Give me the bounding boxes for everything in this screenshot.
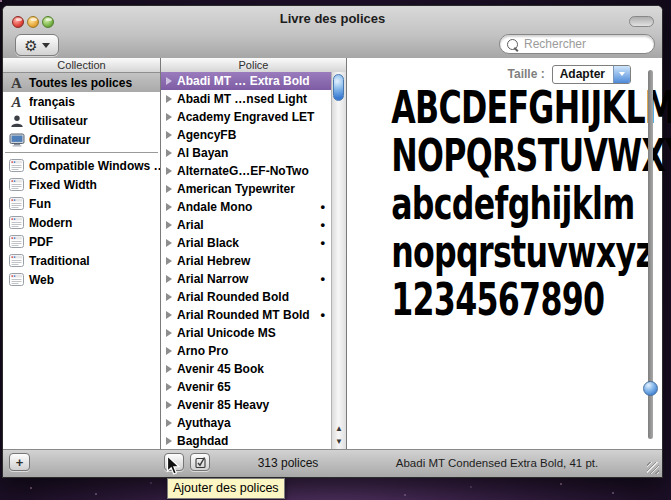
search-field[interactable] [499,34,655,54]
disclosure-triangle-icon[interactable] [166,113,172,121]
sidebar-item-label: Modern [29,216,72,230]
font-list-item[interactable]: Arial Black• [161,234,331,252]
font-sample-text: ABCDEFGHIJKLMNOPQRSTUVWXYZabcdefghijklmn… [351,84,638,324]
sidebar-separator [5,152,158,153]
sidebar-item[interactable]: Utilisateur [3,111,160,130]
duplicate-dot-icon: • [320,202,325,212]
font-list-item[interactable]: Avenir 85 Heavy [161,396,331,414]
action-menu-button[interactable]: ⚙ [15,34,59,56]
size-select-value: Adapter [553,66,613,83]
font-list-item[interactable]: Al Bayan [161,144,331,162]
sidebar-item-label: Fixed Width [29,178,97,192]
font-list-item[interactable]: Arno Pro [161,342,331,360]
size-select-button[interactable] [613,66,630,83]
disclosure-triangle-icon[interactable] [166,311,172,319]
sidebar-item[interactable]: Afrançais [3,92,160,111]
validate-font-button[interactable] [190,453,210,471]
disclosure-triangle-icon[interactable] [166,401,172,409]
selected-font-status: Abadi MT Condensed Extra Bold, 41 pt. [347,450,647,477]
font-list-item[interactable]: Ayuthaya [161,414,331,432]
font-a-italic-icon: A [8,94,25,109]
disclosure-triangle-icon[interactable] [166,95,172,103]
title-bar[interactable]: Livre des polices [3,6,662,31]
collection-icon [8,215,25,230]
font-name: Baghdad [177,434,228,448]
disclosure-triangle-icon[interactable] [166,383,172,391]
scroll-down-arrow[interactable]: ▼ [332,435,346,448]
gear-icon: ⚙ [24,38,37,53]
sidebar-item[interactable]: Fixed Width [3,175,160,194]
disclosure-triangle-icon[interactable] [166,365,172,373]
scroll-up-arrow[interactable]: ▲ [332,422,346,435]
sidebar-item[interactable]: Ordinateur [3,130,160,149]
font-name: Arial Hebrew [177,254,250,268]
font-list-item[interactable]: Avenir 65 [161,378,331,396]
disclosure-triangle-icon[interactable] [166,239,172,247]
disclosure-triangle-icon[interactable] [166,185,172,193]
sidebar-item[interactable]: Modern [3,213,160,232]
size-slider-thumb[interactable] [643,381,658,396]
font-name: American Typewriter [177,182,295,196]
duplicate-dot-icon: • [320,220,325,230]
duplicate-dot-icon: • [320,238,325,248]
font-name: AlternateG…EF-NoTwo [177,164,309,178]
sidebar-item[interactable]: Compatible Windows … [3,156,160,175]
font-list-item[interactable]: Abadi MT … Extra Bold [161,72,331,90]
collection-icon [8,177,25,192]
sidebar-item-label: PDF [29,235,53,249]
font-list-item[interactable]: Arial• [161,216,331,234]
disclosure-triangle-icon[interactable] [166,437,172,445]
font-name: AgencyFB [177,128,236,142]
font-name: Al Bayan [177,146,228,160]
sidebar-item[interactable]: PDF [3,232,160,251]
sidebar-item-label: Toutes les polices [29,76,132,90]
font-list-item[interactable]: Arial Rounded Bold [161,288,331,306]
font-list-item[interactable]: Arial Unicode MS [161,324,331,342]
disclosure-triangle-icon[interactable] [166,257,172,265]
disclosure-triangle-icon[interactable] [166,167,172,175]
disclosure-triangle-icon[interactable] [166,329,172,337]
disclosure-triangle-icon[interactable] [166,419,172,427]
font-list-item[interactable]: Baghdad [161,432,331,449]
disclosure-triangle-icon[interactable] [166,77,172,85]
size-select[interactable]: Adapter [552,65,631,84]
resize-grip[interactable] [647,462,659,474]
font-column-header: Police [161,58,346,73]
add-collection-button[interactable]: + [9,453,30,471]
disclosure-triangle-icon[interactable] [166,131,172,139]
font-list-scrollbar[interactable]: ▲ ▼ [331,72,346,449]
sidebar-item[interactable]: AToutes les polices [3,73,160,92]
sidebar-item-label: Compatible Windows … [29,159,160,173]
font-list-item[interactable]: Arial Rounded MT Bold• [161,306,331,324]
mouse-cursor-icon [166,455,182,477]
font-list-item[interactable]: Academy Engraved LET [161,108,331,126]
font-name: Arial Narrow [177,272,248,286]
font-list-item[interactable]: Abadi MT …nsed Light [161,90,331,108]
font-list-item[interactable]: Arial Hebrew [161,252,331,270]
toolbar-toggle-pill-button[interactable] [629,16,654,27]
font-list-item[interactable]: AgencyFB [161,126,331,144]
disclosure-triangle-icon[interactable] [166,221,172,229]
scrollbar-thumb[interactable] [333,74,344,101]
font-list-item[interactable]: Avenir 45 Book [161,360,331,378]
font-list: Abadi MT … Extra BoldAbadi MT …nsed Ligh… [161,72,331,449]
sidebar-item[interactable]: Fun [3,194,160,213]
sidebar-item[interactable]: Traditional [3,251,160,270]
disclosure-triangle-icon[interactable] [166,149,172,157]
collection-icon [8,234,25,249]
sidebar-item[interactable]: Web [3,270,160,289]
font-list-item[interactable]: Andale Mono• [161,198,331,216]
collection-icon [8,272,25,287]
disclosure-triangle-icon[interactable] [166,347,172,355]
font-list-item[interactable]: American Typewriter [161,180,331,198]
font-list-item[interactable]: Arial Narrow• [161,270,331,288]
font-list-item[interactable]: AlternateG…EF-NoTwo [161,162,331,180]
disclosure-triangle-icon[interactable] [166,293,172,301]
sidebar-item-label: Fun [29,197,51,211]
disclosure-triangle-icon[interactable] [166,203,172,211]
search-input[interactable] [522,36,641,52]
font-name: Avenir 65 [177,380,231,394]
font-name: Arial Black [177,236,239,250]
disclosure-triangle-icon[interactable] [166,275,172,283]
font-name: Abadi MT … Extra Bold [177,74,310,88]
